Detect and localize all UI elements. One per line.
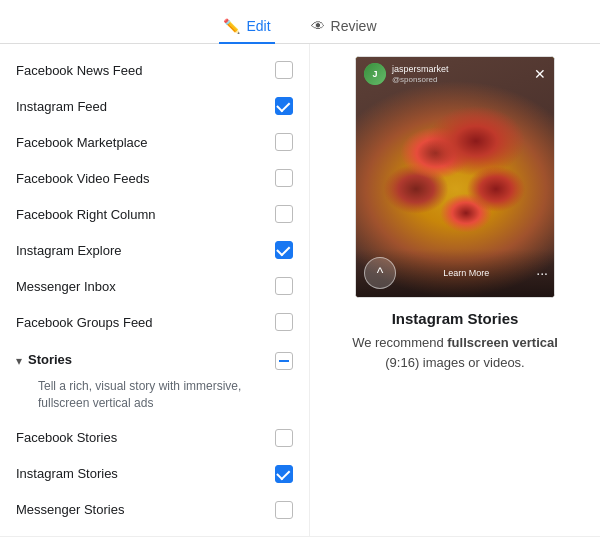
ad-bottom-bar: ^ Learn More ···: [356, 249, 555, 297]
placement-item-facebook-video-feeds[interactable]: Facebook Video Feeds: [0, 160, 309, 196]
close-icon[interactable]: ✕: [534, 67, 546, 81]
tab-edit[interactable]: ✏️ Edit: [219, 10, 274, 44]
tabs-bar: ✏️ Edit 👁 Review: [0, 0, 600, 44]
story-item-messenger-stories[interactable]: Messenger Stories: [0, 492, 309, 528]
ad-account-name: jaspersmarket: [392, 64, 449, 75]
stories-list: Facebook StoriesInstagram StoriesMesseng…: [0, 420, 309, 528]
checkbox-facebook-groups-feed[interactable]: [275, 313, 293, 331]
story-checkbox-instagram-stories[interactable]: [275, 465, 293, 483]
dots-menu-icon[interactable]: ···: [536, 265, 548, 281]
tab-edit-label: Edit: [246, 18, 270, 34]
checkbox-instagram-feed[interactable]: [275, 97, 293, 115]
placement-item-facebook-right-column[interactable]: Facebook Right Column: [0, 196, 309, 232]
placement-label-instagram-feed: Instagram Feed: [16, 99, 107, 114]
learn-more-label: Learn More: [396, 268, 536, 278]
chevron-up-icon: ^: [377, 265, 384, 281]
ad-image: ^ Learn More ···: [356, 57, 555, 297]
stories-header: ▾ Stories: [0, 344, 309, 378]
story-checkbox-messenger-stories[interactable]: [275, 501, 293, 519]
checkbox-facebook-right-column[interactable]: [275, 205, 293, 223]
pencil-icon: ✏️: [223, 18, 240, 34]
checkbox-facebook-news-feed[interactable]: [275, 61, 293, 79]
placement-label-messenger-inbox: Messenger Inbox: [16, 279, 116, 294]
placement-label-facebook-video-feeds: Facebook Video Feeds: [16, 171, 149, 186]
eye-icon: 👁: [311, 18, 325, 34]
story-label-messenger-stories: Messenger Stories: [16, 502, 124, 517]
story-item-instagram-stories[interactable]: Instagram Stories: [0, 456, 309, 492]
avatar-text: J: [372, 69, 377, 79]
placements-panel: Facebook News FeedInstagram FeedFacebook…: [0, 44, 310, 536]
placements-list: Facebook News FeedInstagram FeedFacebook…: [0, 52, 309, 340]
main-content: Facebook News FeedInstagram FeedFacebook…: [0, 44, 600, 536]
placement-item-instagram-explore[interactable]: Instagram Explore: [0, 232, 309, 268]
placement-label-facebook-marketplace: Facebook Marketplace: [16, 135, 148, 150]
placement-item-facebook-groups-feed[interactable]: Facebook Groups Feed: [0, 304, 309, 340]
learn-more-button[interactable]: ^: [364, 257, 396, 289]
placement-item-facebook-news-feed[interactable]: Facebook News Feed: [0, 52, 309, 88]
stories-checkbox[interactable]: [275, 352, 293, 370]
story-item-facebook-stories[interactable]: Facebook Stories: [0, 420, 309, 456]
placement-label-facebook-news-feed: Facebook News Feed: [16, 63, 142, 78]
avatar: J: [364, 63, 386, 85]
checkbox-facebook-video-feeds[interactable]: [275, 169, 293, 187]
stories-header-left: ▾ Stories: [16, 352, 72, 368]
placement-label-instagram-explore: Instagram Explore: [16, 243, 122, 258]
story-checkbox-facebook-stories[interactable]: [275, 429, 293, 447]
placement-item-messenger-inbox[interactable]: Messenger Inbox: [0, 268, 309, 304]
stories-description: Tell a rich, visual story with immersive…: [0, 378, 309, 420]
preview-desc-pre: We recommend: [352, 335, 447, 350]
preview-description: We recommend fullscreen vertical(9:16) i…: [352, 333, 558, 372]
checkbox-messenger-inbox[interactable]: [275, 277, 293, 295]
ad-name-block: jaspersmarket @sponsored: [392, 64, 449, 84]
preview-desc-post: (9:16) images or videos.: [385, 355, 524, 370]
checkbox-instagram-explore[interactable]: [275, 241, 293, 259]
placement-label-facebook-groups-feed: Facebook Groups Feed: [16, 315, 153, 330]
checkbox-facebook-marketplace[interactable]: [275, 133, 293, 151]
ad-top-bar: J jaspersmarket @sponsored ✕: [356, 57, 554, 91]
ad-account-info: J jaspersmarket @sponsored: [364, 63, 449, 85]
story-label-facebook-stories: Facebook Stories: [16, 430, 117, 445]
story-label-instagram-stories: Instagram Stories: [16, 466, 118, 481]
placement-item-facebook-marketplace[interactable]: Facebook Marketplace: [0, 124, 309, 160]
ad-sponsored: @sponsored: [392, 75, 449, 84]
chevron-down-icon: ▾: [16, 354, 22, 368]
preview-title: Instagram Stories: [392, 310, 519, 327]
stories-section: ▾ Stories Tell a rich, visual story with…: [0, 344, 309, 528]
placement-label-facebook-right-column: Facebook Right Column: [16, 207, 155, 222]
preview-desc-bold: fullscreen vertical: [447, 335, 558, 350]
tab-review[interactable]: 👁 Review: [307, 10, 381, 44]
preview-panel: J jaspersmarket @sponsored ✕ ^ Learn: [310, 44, 600, 536]
placement-item-instagram-feed[interactable]: Instagram Feed: [0, 88, 309, 124]
tab-review-label: Review: [331, 18, 377, 34]
ad-preview-card: J jaspersmarket @sponsored ✕ ^ Learn: [355, 56, 555, 298]
stories-title: Stories: [28, 352, 72, 367]
footer: 🇨🇳 邦号：出海小道士: [0, 536, 600, 543]
avatar-inner: J: [364, 63, 386, 85]
